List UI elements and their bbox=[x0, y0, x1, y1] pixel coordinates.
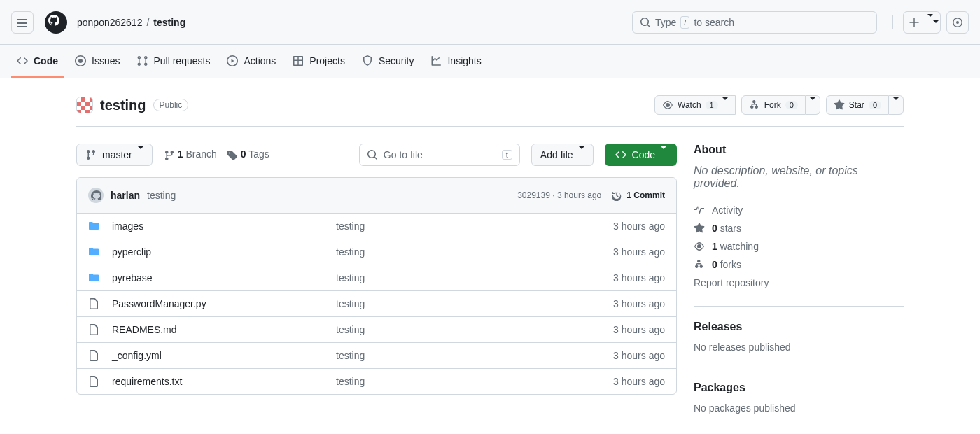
divider bbox=[892, 15, 893, 29]
breadcrumb-owner[interactable]: ponpon262612 bbox=[77, 17, 142, 28]
report-repo-link[interactable]: Report repository bbox=[694, 274, 904, 292]
commit-age: 3 hours ago bbox=[557, 190, 601, 200]
repo-avatar bbox=[76, 97, 93, 113]
search-prefix: Type bbox=[655, 17, 676, 28]
file-name[interactable]: READMES.md bbox=[112, 324, 177, 335]
repo-header: testing Public Watch 1 Fork 0 bbox=[76, 90, 904, 127]
file-name[interactable]: pyrebase bbox=[112, 272, 153, 284]
releases-heading[interactable]: Releases bbox=[694, 321, 904, 333]
hamburger-button[interactable] bbox=[11, 11, 34, 34]
fork-button[interactable]: Fork 0 bbox=[741, 95, 806, 115]
plus-icon bbox=[909, 17, 920, 28]
file-commit-msg[interactable]: testing bbox=[336, 324, 613, 335]
search-kbd: / bbox=[680, 16, 690, 29]
file-row[interactable]: READMES.mdtesting3 hours ago bbox=[77, 317, 676, 343]
commit-message[interactable]: testing bbox=[147, 190, 176, 201]
file-time: 3 hours ago bbox=[613, 376, 665, 387]
file-name[interactable]: PasswordManager.py bbox=[112, 298, 206, 309]
code-icon bbox=[615, 149, 626, 160]
commit-author[interactable]: harlan bbox=[111, 190, 140, 201]
about-heading: About bbox=[694, 144, 904, 156]
watch-button[interactable]: Watch 1 bbox=[654, 95, 736, 115]
file-commit-msg[interactable]: testing bbox=[336, 350, 613, 361]
file-name[interactable]: pyperclip bbox=[112, 246, 151, 258]
tab-projects[interactable]: Projects bbox=[287, 46, 351, 78]
commit-sha[interactable]: 3029139 bbox=[517, 190, 550, 200]
breadcrumb-repo[interactable]: testing bbox=[153, 17, 186, 28]
file-icon bbox=[88, 324, 102, 335]
file-time: 3 hours ago bbox=[613, 272, 665, 284]
branch-select[interactable]: master bbox=[76, 144, 153, 166]
file-list: harlan testing 3029139 · 3 hours ago 1 C… bbox=[76, 177, 677, 395]
breadcrumb-separator: / bbox=[146, 17, 149, 28]
file-time: 3 hours ago bbox=[613, 350, 665, 361]
fork-caret[interactable] bbox=[806, 95, 820, 115]
code-download-button[interactable]: Code bbox=[605, 144, 677, 166]
commits-link[interactable]: 1 Commit bbox=[611, 190, 665, 201]
search-icon bbox=[367, 149, 378, 160]
eye-icon bbox=[662, 99, 673, 111]
file-row[interactable]: requirements.txttesting3 hours ago bbox=[77, 369, 676, 394]
file-commit-msg[interactable]: testing bbox=[336, 298, 613, 309]
star-button[interactable]: Star 0 bbox=[826, 95, 889, 115]
visibility-badge: Public bbox=[153, 99, 189, 111]
github-logo[interactable] bbox=[45, 11, 67, 34]
stars-link[interactable]: 0 stars bbox=[694, 219, 904, 237]
watch-count: 1 bbox=[706, 101, 718, 109]
activity-link[interactable]: Activity bbox=[694, 201, 904, 219]
folder-icon bbox=[88, 246, 102, 258]
watching-link[interactable]: 1 watching bbox=[694, 237, 904, 255]
tab-security[interactable]: Security bbox=[356, 46, 420, 78]
star-icon bbox=[834, 99, 845, 111]
file-row[interactable]: imagestesting3 hours ago bbox=[77, 214, 676, 239]
star-count: 0 bbox=[869, 101, 881, 109]
tab-pull-requests[interactable]: Pull requests bbox=[131, 46, 216, 78]
create-new-caret[interactable] bbox=[925, 11, 941, 34]
star-icon bbox=[694, 223, 705, 234]
packages-heading[interactable]: Packages bbox=[694, 382, 904, 394]
file-icon bbox=[88, 350, 102, 361]
branches-link[interactable]: 1 Branch bbox=[164, 148, 217, 160]
file-time: 3 hours ago bbox=[613, 324, 665, 335]
issues-shortcut-button[interactable] bbox=[946, 11, 969, 34]
fork-count: 0 bbox=[785, 101, 798, 109]
file-commit-msg[interactable]: testing bbox=[336, 246, 613, 258]
file-row[interactable]: _config.ymltesting3 hours ago bbox=[77, 343, 676, 369]
global-search[interactable]: Type / to search bbox=[632, 11, 877, 34]
file-commit-msg[interactable]: testing bbox=[336, 220, 613, 232]
star-caret[interactable] bbox=[889, 95, 904, 115]
file-icon bbox=[88, 298, 102, 309]
fork-icon bbox=[694, 259, 705, 270]
search-suffix: to search bbox=[694, 17, 734, 28]
repo-title: testing bbox=[100, 97, 146, 113]
breadcrumb: ponpon262612 / testing bbox=[77, 17, 186, 28]
add-file-button[interactable]: Add file bbox=[531, 144, 594, 166]
tab-actions[interactable]: Actions bbox=[221, 46, 281, 78]
file-name[interactable]: _config.yml bbox=[112, 350, 162, 361]
tab-issues[interactable]: Issues bbox=[69, 46, 125, 78]
record-icon bbox=[952, 17, 963, 28]
repo-nav: Code Issues Pull requests Actions Projec… bbox=[0, 45, 980, 78]
packages-empty: No packages published bbox=[694, 402, 904, 414]
tags-link[interactable]: 0 Tags bbox=[227, 148, 270, 160]
folder-icon bbox=[88, 220, 102, 232]
file-name[interactable]: images bbox=[112, 220, 144, 232]
global-header: ponpon262612 / testing Type / to search bbox=[0, 0, 980, 45]
file-commit-msg[interactable]: testing bbox=[336, 272, 613, 284]
goto-kbd: t bbox=[502, 150, 512, 160]
file-time: 3 hours ago bbox=[613, 246, 665, 258]
forks-link[interactable]: 0 forks bbox=[694, 255, 904, 274]
file-row[interactable]: pyrebasetesting3 hours ago bbox=[77, 265, 676, 291]
file-row[interactable]: PasswordManager.pytesting3 hours ago bbox=[77, 291, 676, 317]
file-name[interactable]: requirements.txt bbox=[112, 376, 182, 387]
file-toolbar: master 1 Branch 0 Tags Go to file t Add … bbox=[76, 144, 677, 166]
create-new-button[interactable] bbox=[903, 11, 925, 34]
tab-insights[interactable]: Insights bbox=[425, 46, 486, 78]
file-commit-msg[interactable]: testing bbox=[336, 376, 613, 387]
fork-icon bbox=[749, 99, 760, 111]
about-description: No description, website, or topics provi… bbox=[694, 164, 904, 190]
tab-code[interactable]: Code bbox=[11, 46, 64, 78]
goto-file-input[interactable]: Go to file t bbox=[359, 144, 520, 166]
author-avatar[interactable] bbox=[88, 188, 104, 203]
file-row[interactable]: pypercliptesting3 hours ago bbox=[77, 239, 676, 265]
